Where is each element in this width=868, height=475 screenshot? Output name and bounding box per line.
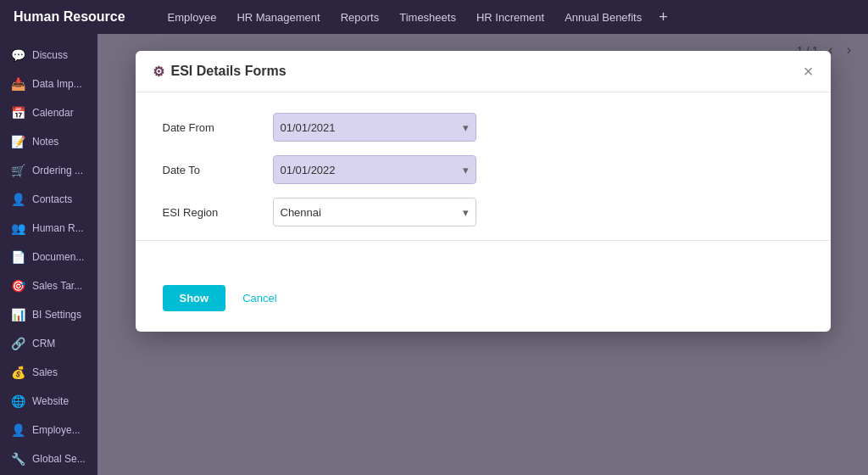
sidebar-label-notes: Notes bbox=[32, 136, 58, 148]
sidebar-label-data-import: Data Imp... bbox=[32, 78, 82, 90]
calendar-icon: 📅 bbox=[10, 105, 25, 120]
sidebar-label-global-settings: Global Se... bbox=[32, 453, 86, 465]
contacts-icon: 👤 bbox=[10, 192, 25, 207]
sidebar-item-data-import[interactable]: 📥 Data Imp... bbox=[0, 70, 97, 98]
modal-title-icon: ⚙ bbox=[153, 64, 164, 80]
nav-hr-management[interactable]: HR Management bbox=[228, 8, 328, 27]
sidebar-item-contacts[interactable]: 👤 Contacts bbox=[0, 185, 97, 214]
modal-header: ⚙ ESI Details Forms × bbox=[136, 51, 831, 92]
sidebar-item-bi-settings[interactable]: 📊 BI Settings bbox=[0, 300, 97, 329]
nav-annual-benefits[interactable]: Annual Benefits bbox=[556, 8, 650, 27]
date-to-input[interactable]: 01/01/2022 01/01/2021 01/01/2023 bbox=[274, 156, 476, 183]
date-to-label: Date To bbox=[163, 164, 273, 176]
documents-icon: 📄 bbox=[10, 249, 25, 265]
sidebar-label-employee: Employe... bbox=[32, 424, 81, 436]
nav-hr-increment[interactable]: HR Increment bbox=[468, 8, 553, 27]
modal-overlay: ⚙ ESI Details Forms × Date From 01/01/20… bbox=[97, 34, 868, 475]
esi-details-modal: ⚙ ESI Details Forms × Date From 01/01/20… bbox=[136, 51, 831, 332]
employee-icon: 👤 bbox=[10, 422, 25, 438]
ordering-icon: 🛒 bbox=[10, 163, 25, 178]
modal-divider bbox=[136, 240, 831, 241]
sidebar-label-sales: Sales bbox=[32, 366, 58, 378]
date-from-select-wrapper[interactable]: 01/01/2021 01/01/2020 01/01/2022 bbox=[273, 113, 476, 142]
crm-icon: 🔗 bbox=[10, 336, 25, 351]
sidebar-label-contacts: Contacts bbox=[32, 193, 72, 205]
show-button[interactable]: Show bbox=[163, 285, 226, 311]
sidebar-item-documents[interactable]: 📄 Documen... bbox=[0, 243, 97, 271]
modal-body: Date From 01/01/2021 01/01/2020 01/01/20… bbox=[136, 92, 831, 275]
discuss-icon: 💬 bbox=[10, 48, 25, 63]
sidebar-label-human-resources: Human R... bbox=[32, 222, 84, 234]
website-icon: 🌐 bbox=[10, 394, 25, 409]
sidebar-label-calendar: Calendar bbox=[32, 107, 74, 119]
esi-region-select-wrapper[interactable]: Chennai Mumbai Delhi Bangalore bbox=[273, 198, 476, 226]
sidebar-item-website[interactable]: 🌐 Website bbox=[0, 387, 97, 416]
sidebar-item-discuss[interactable]: 💬 Discuss bbox=[0, 41, 97, 70]
main-layout: 💬 Discuss 📥 Data Imp... 📅 Calendar 📝 Not… bbox=[0, 34, 868, 475]
sidebar-item-ordering[interactable]: 🛒 Ordering ... bbox=[0, 156, 97, 185]
sidebar-item-sales[interactable]: 💰 Sales bbox=[0, 358, 97, 387]
sidebar-label-discuss: Discuss bbox=[32, 49, 68, 61]
sidebar-item-crm[interactable]: 🔗 CRM bbox=[0, 329, 97, 358]
bi-settings-icon: 📊 bbox=[10, 307, 25, 322]
sales-icon: 💰 bbox=[10, 365, 25, 380]
esi-region-group: ESI Region Chennai Mumbai Delhi Bangalor… bbox=[163, 198, 804, 226]
sidebar-label-ordering: Ordering ... bbox=[32, 165, 83, 176]
sidebar-item-human-resources[interactable]: 👥 Human R... bbox=[0, 214, 97, 243]
app-title: Human Resource bbox=[14, 9, 125, 25]
modal-title: ⚙ ESI Details Forms bbox=[153, 64, 287, 80]
topbar: Human Resource Employee HR Management Re… bbox=[0, 0, 868, 34]
data-import-icon: 📥 bbox=[10, 76, 25, 92]
sidebar-label-sales-targets: Sales Tar... bbox=[32, 280, 82, 292]
date-from-input[interactable]: 01/01/2021 01/01/2020 01/01/2022 bbox=[274, 114, 476, 141]
sidebar-label-website: Website bbox=[32, 395, 69, 407]
sales-targets-icon: 🎯 bbox=[10, 278, 25, 293]
modal-title-text: ESI Details Forms bbox=[171, 64, 287, 79]
sidebar-item-notes[interactable]: 📝 Notes bbox=[0, 127, 97, 156]
nav-reports[interactable]: Reports bbox=[332, 8, 388, 27]
sidebar-item-calendar[interactable]: 📅 Calendar bbox=[0, 98, 97, 127]
content-area: 1 / 1 ‹ › ⚙ ESI Details Forms × bbox=[97, 34, 868, 475]
nav-timesheets[interactable]: Timesheets bbox=[391, 8, 465, 27]
sidebar-item-global-settings[interactable]: 🔧 Global Se... bbox=[0, 444, 97, 473]
human-resources-icon: 👥 bbox=[10, 221, 25, 236]
sidebar-item-sales-targets[interactable]: 🎯 Sales Tar... bbox=[0, 271, 97, 300]
esi-region-input[interactable]: Chennai Mumbai Delhi Bangalore bbox=[274, 198, 476, 226]
cancel-button[interactable]: Cancel bbox=[239, 285, 280, 311]
top-navigation: Employee HR Management Reports Timesheet… bbox=[159, 8, 673, 27]
nav-employee[interactable]: Employee bbox=[159, 8, 225, 27]
global-settings-icon: 🔧 bbox=[10, 451, 25, 467]
sidebar-label-documents: Documen... bbox=[32, 251, 84, 263]
sidebar-label-crm: CRM bbox=[32, 338, 55, 349]
sidebar-label-bi-settings: BI Settings bbox=[32, 309, 81, 321]
date-from-label: Date From bbox=[163, 121, 273, 134]
date-to-select-wrapper[interactable]: 01/01/2022 01/01/2021 01/01/2023 bbox=[273, 155, 476, 184]
modal-close-button[interactable]: × bbox=[804, 63, 814, 80]
add-menu-icon[interactable]: + bbox=[654, 8, 673, 26]
sidebar: 💬 Discuss 📥 Data Imp... 📅 Calendar 📝 Not… bbox=[0, 34, 97, 475]
esi-region-label: ESI Region bbox=[163, 206, 273, 219]
date-to-group: Date To 01/01/2022 01/01/2021 01/01/2023 bbox=[163, 155, 804, 184]
date-from-group: Date From 01/01/2021 01/01/2020 01/01/20… bbox=[163, 113, 804, 142]
modal-footer: Show Cancel bbox=[136, 275, 831, 332]
notes-icon: 📝 bbox=[10, 134, 25, 149]
sidebar-item-employee[interactable]: 👤 Employe... bbox=[0, 416, 97, 444]
